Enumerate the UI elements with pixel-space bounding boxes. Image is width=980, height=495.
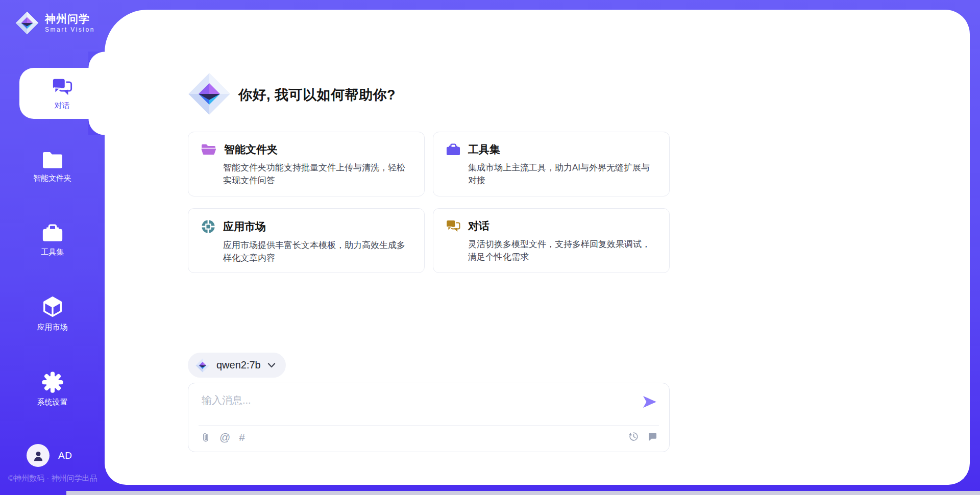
brand-name: 神州问学 [45, 13, 95, 25]
message-input[interactable] [201, 392, 631, 424]
bottom-edge-strip [66, 491, 980, 495]
app-root: 神州问学 Smart Vision 对话 智能文件夹 工具集 应用市场 系统设置 [0, 0, 980, 495]
card-app-market[interactable]: 应用市场 应用市场提供丰富长文本模板，助力高效生成多样化文章内容 [188, 208, 425, 273]
card-smart-folder[interactable]: 智能文件夹 智能文件夹功能支持批量文件上传与清洗，轻松实现文件问答 [188, 132, 425, 196]
open-folder-icon [201, 142, 217, 157]
market-grid-icon [201, 219, 216, 234]
hero-diamond-logo-icon [188, 72, 231, 115]
chat-bubble-icon[interactable] [647, 432, 657, 441]
sidebar-item-toolbox[interactable]: 工具集 [0, 222, 105, 257]
sidebar-item-chat[interactable]: 对话 [19, 68, 105, 119]
card-chat[interactable]: 对话 灵活切换多模型文件，支持多样回复效果调试，满足个性化需求 [433, 208, 670, 273]
sidebar-item-label: 对话 [55, 101, 70, 110]
history-icon[interactable] [628, 431, 639, 442]
chevron-down-icon [267, 363, 276, 368]
mention-icon[interactable]: @ [219, 431, 230, 443]
sidebar-item-label: 智能文件夹 [33, 174, 71, 183]
card-description: 智能文件夹功能支持批量文件上传与清洗，轻松实现文件问答 [223, 161, 412, 187]
toolbox-icon [41, 222, 64, 243]
avatar [27, 444, 50, 467]
card-title: 工具集 [468, 142, 500, 157]
sidebar-item-app-market[interactable]: 应用市场 [0, 295, 105, 332]
card-description: 集成市场上主流工具，助力AI与外界无缝扩展与对接 [468, 161, 657, 187]
model-name: qwen2:7b [216, 359, 261, 371]
card-description: 应用市场提供丰富长文本模板，助力高效生成多样化文章内容 [223, 239, 412, 264]
copyright-text: ©神州数码 · 神州问学出品 [8, 474, 97, 483]
composer-divider [199, 425, 659, 426]
diamond-logo-icon [15, 11, 39, 35]
tab-fillet-top [88, 52, 105, 68]
chat-bubbles-icon [52, 77, 73, 97]
topic-icon[interactable]: # [239, 431, 245, 443]
chat-bubbles-icon [446, 219, 461, 233]
model-selector[interactable]: qwen2:7b [188, 353, 286, 378]
message-composer: @ # [188, 383, 670, 452]
sidebar-item-settings[interactable]: 系统设置 [0, 371, 105, 407]
brand-subtitle: Smart Vision [45, 26, 95, 33]
send-icon[interactable] [643, 395, 657, 408]
cube-icon [41, 295, 64, 318]
gear-icon [41, 371, 64, 393]
card-title: 应用市场 [223, 219, 266, 234]
sidebar-item-smart-folder[interactable]: 智能文件夹 [0, 149, 105, 183]
card-title: 智能文件夹 [224, 142, 278, 157]
sidebar-item-label: 工具集 [41, 247, 64, 257]
briefcase-icon [446, 142, 461, 157]
user-profile[interactable]: AD [27, 444, 72, 467]
card-title: 对话 [468, 219, 489, 233]
brand-logo[interactable]: 神州问学 Smart Vision [15, 11, 95, 35]
diamond-logo-icon [195, 358, 210, 373]
card-toolbox[interactable]: 工具集 集成市场上主流工具，助力AI与外界无缝扩展与对接 [433, 132, 670, 196]
tab-fillet-bottom [88, 119, 105, 135]
folder-icon [41, 149, 64, 169]
user-initials: AD [58, 450, 72, 461]
attachment-icon[interactable] [201, 432, 211, 443]
sidebar-item-label: 应用市场 [37, 323, 68, 332]
sidebar-item-label: 系统设置 [37, 398, 68, 407]
greeting-title: 你好, 我可以如何帮助你? [238, 86, 396, 104]
card-description: 灵活切换多模型文件，支持多样回复效果调试，满足个性化需求 [468, 238, 657, 263]
